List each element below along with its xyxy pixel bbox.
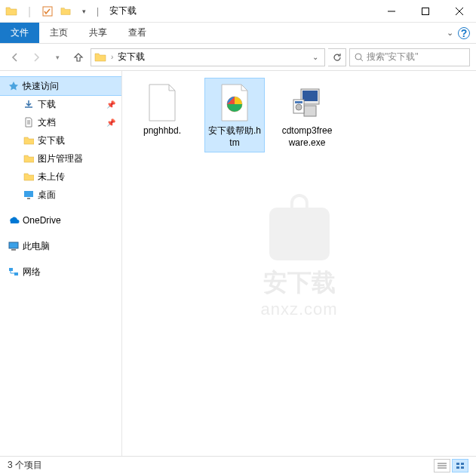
sidebar-this-pc[interactable]: 此电脑 <box>0 237 121 255</box>
folder-icon <box>94 51 106 63</box>
title-separator: | <box>97 6 99 17</box>
file-item[interactable]: 安下载帮助.htm <box>205 78 264 152</box>
download-icon <box>23 98 35 110</box>
sidebar-item-label: 桌面 <box>38 189 56 202</box>
sidebar-item-label: 安下载 <box>38 134 65 147</box>
quick-access-toolbar: | ▾ | 安下载 <box>0 3 137 20</box>
folder-icon-small[interactable] <box>57 3 74 20</box>
sidebar-item-desktop[interactable]: 桌面 <box>0 186 121 204</box>
file-icon <box>143 82 181 124</box>
minimize-button[interactable] <box>374 0 408 23</box>
help-icon[interactable]: ? <box>458 27 470 39</box>
onedrive-icon <box>8 214 20 226</box>
sidebar-onedrive[interactable]: OneDrive <box>0 211 121 229</box>
status-text: 3 个项目 <box>8 459 42 472</box>
svg-point-5 <box>355 54 361 60</box>
pc-icon <box>8 240 20 252</box>
htm-icon <box>216 82 253 124</box>
address-dropdown-icon[interactable]: ⌄ <box>309 53 321 61</box>
file-item[interactable]: pnghhbd. <box>133 78 192 152</box>
svg-rect-8 <box>27 198 30 199</box>
svg-rect-9 <box>9 242 18 248</box>
window-controls <box>374 0 476 23</box>
svg-rect-16 <box>304 106 316 116</box>
star-icon <box>8 80 20 92</box>
ribbon-expand-icon[interactable]: ⌄ <box>447 28 453 38</box>
folder-icon <box>23 171 35 183</box>
svg-point-19 <box>296 104 302 110</box>
search-icon <box>355 53 364 62</box>
file-item[interactable]: cdtomp3freeware.exe <box>278 78 336 152</box>
folder-icon <box>3 3 20 20</box>
address-bar[interactable]: › 安下载 ⌄ <box>91 48 325 66</box>
pin-icon: 📌 <box>106 119 115 127</box>
file-label: cdtomp3freeware.exe <box>281 125 333 149</box>
window-title: 安下载 <box>109 5 137 17</box>
up-button[interactable] <box>69 48 88 66</box>
sidebar: 快速访问 下载 📌 文档 📌 安下载 图片管理器 未上传 桌面 <box>0 71 122 456</box>
sidebar-item-label: 此电脑 <box>23 240 50 253</box>
sidebar-item-label: OneDrive <box>23 215 61 226</box>
document-icon <box>23 116 35 128</box>
chevron-right-icon[interactable]: › <box>111 53 113 61</box>
file-label: pnghhbd. <box>143 125 181 137</box>
sidebar-item-anxiazai[interactable]: 安下载 <box>0 131 121 149</box>
svg-rect-26 <box>461 466 464 469</box>
sidebar-item-label: 文档 <box>38 116 56 129</box>
exe-icon <box>288 82 326 124</box>
forward-button[interactable] <box>27 48 45 66</box>
close-button[interactable] <box>442 0 476 23</box>
watermark: 安下载 anxz.com <box>260 208 337 319</box>
sidebar-item-documents[interactable]: 文档 📌 <box>0 113 121 131</box>
svg-rect-2 <box>422 8 428 14</box>
desktop-icon <box>23 189 35 201</box>
qat-dropdown-icon[interactable]: ▾ <box>75 3 92 20</box>
network-icon <box>8 266 20 278</box>
qat-divider: | <box>21 3 38 20</box>
svg-rect-10 <box>11 249 16 251</box>
file-grid: pnghhbd. 安下载帮助.htm <box>133 78 465 152</box>
search-input[interactable]: 搜索"安下载" <box>349 48 470 66</box>
icons-view-button[interactable] <box>452 459 468 472</box>
pin-icon: 📌 <box>106 100 115 109</box>
nav-toolbar: ▾ › 安下载 ⌄ 搜索"安下载" <box>0 44 476 71</box>
sidebar-item-label: 快速访问 <box>23 80 59 93</box>
svg-rect-11 <box>9 268 13 271</box>
sidebar-item-label: 未上传 <box>38 171 65 183</box>
svg-rect-24 <box>461 463 464 465</box>
properties-icon[interactable] <box>39 3 56 20</box>
sidebar-item-label: 图片管理器 <box>38 152 83 165</box>
recent-dropdown-icon[interactable]: ▾ <box>48 48 66 66</box>
svg-rect-18 <box>295 101 302 103</box>
sidebar-item-not-uploaded[interactable]: 未上传 <box>0 168 121 186</box>
sidebar-item-downloads[interactable]: 下载 📌 <box>0 95 121 113</box>
svg-rect-25 <box>456 466 459 469</box>
svg-rect-15 <box>302 91 318 101</box>
sidebar-item-label: 网络 <box>23 266 41 279</box>
ribbon: 文件 主页 共享 查看 ⌄ ? <box>0 23 476 44</box>
folder-icon <box>23 152 35 165</box>
content-area[interactable]: 安下载 anxz.com pnghhbd. <box>122 71 476 456</box>
breadcrumb[interactable]: 安下载 <box>118 51 145 63</box>
tab-view[interactable]: 查看 <box>118 23 157 43</box>
svg-rect-23 <box>456 463 459 465</box>
sidebar-item-label: 下载 <box>38 98 56 111</box>
file-label: 安下载帮助.htm <box>208 125 261 149</box>
tab-share[interactable]: 共享 <box>78 23 118 43</box>
search-placeholder: 搜索"安下载" <box>367 51 419 63</box>
titlebar: | ▾ | 安下载 <box>0 0 476 23</box>
details-view-button[interactable] <box>434 459 450 472</box>
statusbar: 3 个项目 <box>0 456 476 474</box>
sidebar-item-picture-manager[interactable]: 图片管理器 <box>0 149 121 168</box>
tab-file[interactable]: 文件 <box>0 23 39 43</box>
back-button[interactable] <box>6 48 24 66</box>
maximize-button[interactable] <box>408 0 442 23</box>
svg-line-6 <box>361 59 363 61</box>
body: 快速访问 下载 📌 文档 📌 安下载 图片管理器 未上传 桌面 <box>0 71 476 456</box>
folder-icon <box>23 134 35 146</box>
sidebar-network[interactable]: 网络 <box>0 263 121 281</box>
sidebar-quick-access[interactable]: 快速访问 <box>0 77 121 95</box>
tab-home[interactable]: 主页 <box>39 23 78 43</box>
refresh-button[interactable] <box>328 48 346 66</box>
svg-rect-7 <box>24 191 33 197</box>
